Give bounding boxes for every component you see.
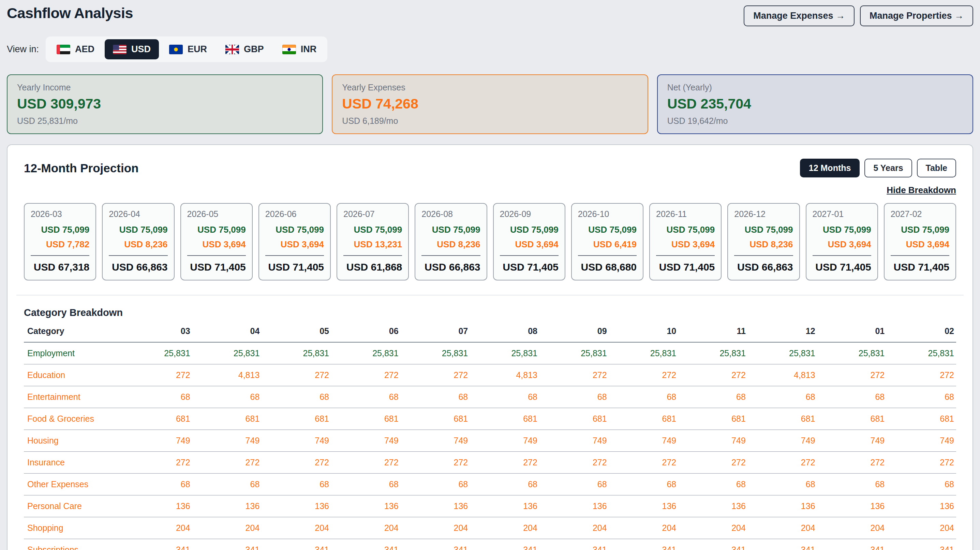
category-month-value: 68 — [401, 386, 470, 408]
month-expense: USD 3,694 — [891, 239, 949, 250]
month-column-header: 07 — [401, 320, 470, 342]
hide-breakdown-link[interactable]: Hide Breakdown — [886, 185, 956, 195]
category-month-value: 749 — [470, 430, 539, 452]
month-expense: USD 3,694 — [265, 239, 324, 250]
month-column-header: 06 — [331, 320, 401, 342]
month-income: USD 75,099 — [187, 225, 246, 235]
view-toggle-button[interactable]: 12 Months — [800, 159, 860, 177]
month-income: USD 75,099 — [891, 225, 949, 235]
summary-card-value: USD 74,268 — [342, 96, 638, 112]
category-month-value: 68 — [539, 386, 609, 408]
month-income: USD 75,099 — [734, 225, 793, 235]
category-month-value: 341 — [261, 539, 331, 550]
category-breakdown-title: Category Breakdown — [16, 307, 964, 318]
category-breakdown-table: Category 030405060708091011120102 Employ… — [24, 320, 956, 550]
currency-option[interactable]: AED — [48, 39, 103, 59]
month-label: 2026-06 — [265, 209, 324, 219]
category-month-value: 4,813 — [748, 364, 817, 386]
category-month-value: 341 — [331, 539, 401, 550]
month-column-header: 02 — [886, 320, 956, 342]
category-month-value: 25,831 — [401, 342, 470, 364]
manage-expenses-button[interactable]: Manage Expenses → — [744, 5, 854, 26]
category-label: Employment — [24, 342, 123, 364]
category-row: Subscriptions 34134134134134134134134134… — [24, 539, 956, 550]
category-month-value: 681 — [470, 408, 539, 430]
category-month-value: 68 — [748, 473, 817, 496]
month-card: 2026-09 USD 75,099 USD 3,694 USD 71,405 — [493, 203, 565, 281]
month-card-divider — [109, 255, 167, 256]
summary-card: Yearly Income USD 309,973 USD 25,831/mo — [7, 74, 323, 134]
category-month-value: 749 — [123, 430, 192, 452]
category-month-value: 341 — [123, 539, 192, 550]
category-month-value: 272 — [192, 452, 262, 473]
month-column-header: 01 — [817, 320, 887, 342]
category-month-value: 68 — [539, 473, 609, 496]
view-toggle-button[interactable]: 5 Years — [864, 159, 912, 177]
category-label: Shopping — [24, 517, 123, 539]
month-card: 2027-02 USD 75,099 USD 3,694 USD 71,405 — [884, 203, 956, 281]
category-month-value: 25,831 — [678, 342, 748, 364]
currency-option[interactable]: EUR — [161, 39, 215, 59]
category-month-value: 272 — [401, 364, 470, 386]
month-net: USD 71,405 — [187, 261, 246, 273]
category-month-value: 204 — [539, 517, 609, 539]
category-month-value: 136 — [609, 496, 679, 517]
category-month-value: 4,813 — [192, 364, 262, 386]
projection-card: 12-Month Projection 12 Months 5 Years Ta… — [7, 144, 973, 550]
page-header: Cashflow Analysis Manage Expenses → Mana… — [7, 5, 973, 26]
currency-option[interactable]: GBP — [217, 39, 272, 59]
category-month-value: 272 — [539, 452, 609, 473]
month-expense: USD 6,419 — [578, 239, 636, 250]
category-month-value: 68 — [261, 386, 331, 408]
currency-option[interactable]: USD — [105, 39, 159, 59]
category-month-value: 681 — [748, 408, 817, 430]
month-card: 2026-10 USD 75,099 USD 6,419 USD 68,680 — [571, 203, 643, 281]
category-row: Entertainment 686868686868686868686868 — [24, 386, 956, 408]
month-label: 2026-11 — [656, 209, 715, 219]
category-row: Shopping 2042042042042042042042042042042… — [24, 517, 956, 539]
month-net: USD 71,405 — [813, 261, 871, 273]
month-column-header: 11 — [678, 320, 748, 342]
category-month-value: 68 — [678, 386, 748, 408]
category-month-value: 204 — [678, 517, 748, 539]
category-month-value: 272 — [886, 452, 956, 473]
month-column-header: 12 — [748, 320, 817, 342]
category-month-value: 4,813 — [470, 364, 539, 386]
month-card-divider — [187, 255, 246, 256]
category-label: Insurance — [24, 452, 123, 473]
view-toggle-label: 5 Years — [873, 163, 903, 173]
month-card: 2026-07 USD 75,099 USD 13,231 USD 61,868 — [337, 203, 409, 281]
category-row: Insurance 272272272272272272272272272272… — [24, 452, 956, 473]
category-month-value: 204 — [470, 517, 539, 539]
category-month-value: 341 — [609, 539, 679, 550]
month-income: USD 75,099 — [500, 225, 558, 235]
category-month-value: 272 — [401, 452, 470, 473]
currency-option[interactable]: INR — [274, 39, 325, 59]
month-card: 2026-03 USD 75,099 USD 7,782 USD 67,318 — [24, 203, 96, 281]
category-month-value: 204 — [609, 517, 679, 539]
view-in-label: View in: — [7, 44, 39, 54]
month-income: USD 75,099 — [656, 225, 715, 235]
month-label: 2026-12 — [734, 209, 793, 219]
category-month-value: 681 — [817, 408, 887, 430]
category-month-value: 136 — [123, 496, 192, 517]
month-column-header: 08 — [470, 320, 539, 342]
month-card: 2026-08 USD 75,099 USD 8,236 USD 66,863 — [415, 203, 487, 281]
category-month-value: 681 — [331, 408, 401, 430]
category-month-value: 68 — [748, 386, 817, 408]
manage-properties-button[interactable]: Manage Properties → — [860, 5, 973, 26]
currency-selector: AED USD EUR GBP — [46, 37, 327, 62]
category-month-value: 204 — [817, 517, 887, 539]
month-expense: USD 8,236 — [109, 239, 167, 250]
month-card-divider — [578, 255, 636, 256]
category-month-value: 25,831 — [609, 342, 679, 364]
category-month-value: 136 — [886, 496, 956, 517]
category-month-value: 681 — [401, 408, 470, 430]
summary-card-monthly: USD 25,831/mo — [17, 116, 313, 126]
category-month-value: 68 — [261, 473, 331, 496]
month-label: 2026-10 — [578, 209, 636, 219]
category-month-value: 681 — [678, 408, 748, 430]
category-label: Food & Groceries — [24, 408, 123, 430]
view-toggle-button[interactable]: Table — [917, 159, 956, 177]
category-label: Education — [24, 364, 123, 386]
